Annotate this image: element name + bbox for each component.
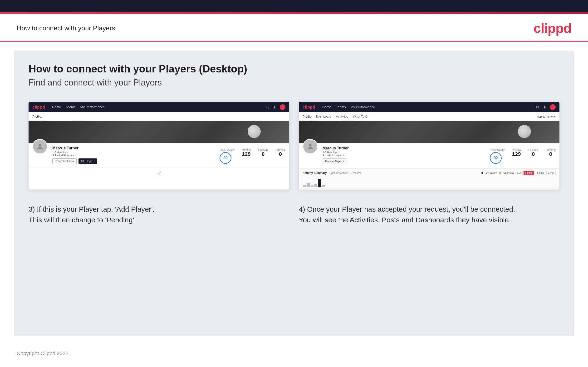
tab-dashboard-right[interactable]: Dashboard [316, 112, 331, 121]
activities-value-right: 129 [512, 151, 521, 157]
avatar-icon-right [306, 142, 314, 150]
tabs-group-right: Profile Dashboard Activities What To On [303, 112, 369, 121]
svg-point-3 [39, 144, 41, 147]
legend-label-offcourse: Off course [503, 172, 514, 174]
following-label-left: Following [276, 149, 285, 151]
activity-summary-right: Activity Summary Monthly Activity · 6 Mo… [299, 168, 560, 190]
followers-label-left: Followers [258, 149, 268, 151]
svg-point-7 [544, 106, 545, 107]
mock-tabs-left: Profile [28, 112, 289, 121]
descriptions-row: 3) If this is your Player tap, 'Add Play… [28, 204, 560, 225]
pen-area-left [28, 167, 289, 179]
mock-profile-right: Marcus Turner 1-5 Handicap United Kingdo… [299, 143, 560, 168]
stats-left: Player Quality 92 Activities 129 Followe… [220, 146, 285, 164]
activities-stat-right: Activities 129 [512, 149, 521, 157]
quality-label-left: Player Quality [220, 149, 234, 151]
legend-right: On course Off course [481, 172, 514, 174]
activity-chart-right [303, 177, 556, 187]
add-player-button[interactable]: Add Player + [78, 158, 97, 164]
legend-dot-offcourse [499, 172, 501, 174]
time-btn-6mths[interactable]: 6 mths [524, 171, 534, 175]
page-title: How to connect with your Players [17, 25, 115, 32]
mock-hero-left [28, 121, 289, 143]
tab-activities-right[interactable]: Activities [336, 112, 348, 121]
chart-bar-4 [314, 184, 317, 187]
tab-whattoon-right[interactable]: What To On [353, 112, 369, 121]
time-btn-1yr[interactable]: 1 yr [515, 171, 523, 175]
mock-nav-right: clippd Home Teams My Performance [299, 102, 560, 112]
activities-stat-left: Activities 129 [242, 149, 251, 157]
activity-subtitle-right: Monthly Activity · 6 Months [330, 172, 361, 174]
remove-player-button[interactable]: Remove Player ✕ [322, 158, 347, 164]
user-icon-right [543, 105, 547, 109]
settings-icon-left [280, 104, 285, 110]
clippd-logo: clippd [534, 20, 571, 36]
action-buttons-left: Request to Follow Add Player + [52, 158, 215, 164]
quality-wrapper-left: Player Quality 92 [220, 149, 234, 164]
following-value-left: 0 [276, 151, 285, 157]
mock-tabs-right: Profile Dashboard Activities What To On … [299, 112, 560, 121]
screenshots-row: clippd Home Teams My Performance Profile [28, 102, 560, 190]
chart-bar-2 [307, 184, 310, 187]
description-right: 4) Once your Player has accepted your re… [299, 204, 560, 225]
mock-nav-icons-left [266, 104, 285, 110]
followers-stat-right: Followers 0 [528, 149, 538, 157]
header: How to connect with your Players clippd [0, 14, 588, 42]
quality-value-right: 92 [493, 156, 498, 160]
svg-line-6 [538, 108, 539, 109]
activity-controls-right: On course Off course 1 yr 6 mths 3 mths … [481, 171, 556, 175]
svg-point-5 [536, 106, 538, 108]
followers-stat-left: Followers 0 [258, 149, 268, 157]
handicap-right: 1-5 Handicap [322, 151, 485, 154]
mock-nav-teams-right: Teams [336, 105, 346, 109]
following-label-right: Following [546, 149, 556, 151]
location-icon-right [322, 154, 325, 156]
tab-profile-right[interactable]: Profile [303, 112, 311, 121]
svg-point-0 [266, 106, 268, 108]
action-buttons-right: Remove Player ✕ [322, 158, 485, 164]
activity-header-right: Activity Summary Monthly Activity · 6 Mo… [303, 171, 556, 175]
chart-bar-5 [318, 179, 321, 187]
activities-label-right: Activities [512, 149, 521, 151]
chart-bar-3 [311, 185, 313, 187]
mock-nav-performance-left: My Performance [80, 105, 105, 109]
stats-right: Player Quality 92 Activities 129 Followe… [490, 146, 556, 164]
mock-logo-right: clippd [303, 105, 315, 110]
quality-circle-left: 92 [220, 152, 232, 164]
chart-bar-6 [322, 185, 325, 187]
description-left-text: 3) If this is your Player tap, 'Add Play… [28, 205, 155, 224]
search-icon-right [536, 105, 539, 109]
mock-nav-teams-left: Teams [66, 105, 75, 109]
quality-value-left: 92 [223, 156, 228, 160]
following-value-right: 0 [546, 151, 556, 157]
user-icon-left [273, 105, 277, 109]
quality-wrapper-right: Player Quality 92 [490, 149, 504, 164]
avatar-right [303, 139, 318, 154]
copyright-text: Copyright Clippd 2022 [17, 350, 69, 356]
following-stat-right: Following 0 [546, 149, 556, 157]
player-dropdown[interactable]: Marcus Turner ▾ [537, 113, 556, 121]
remove-x-icon: ✕ [342, 160, 345, 163]
location-left: United Kingdom [52, 154, 215, 157]
mock-nav-home-right: Home [322, 105, 331, 109]
remove-player-label: Remove Player [325, 160, 341, 163]
player-name-left: Marcus Turner [52, 146, 215, 150]
avatar-icon-left [36, 142, 44, 150]
chart-bar-1 [303, 185, 306, 187]
main-content: How to connect with your Players (Deskto… [14, 51, 574, 336]
legend-dot-oncourse [481, 172, 483, 174]
location-text-left: United Kingdom [55, 154, 74, 157]
request-follow-button[interactable]: Request to Follow [52, 158, 77, 164]
search-icon-left [266, 105, 269, 109]
player-name-right: Marcus Turner [322, 146, 485, 150]
svg-point-8 [309, 144, 311, 147]
footer: Copyright Clippd 2022 [0, 346, 588, 361]
time-btn-1mth[interactable]: 1 mth [546, 171, 556, 175]
mock-nav-icons-right [536, 104, 556, 110]
time-btn-3mths[interactable]: 3 mths [535, 171, 545, 175]
avatar-left [32, 139, 48, 154]
following-stat-left: Following 0 [276, 149, 285, 157]
tab-profile-left[interactable]: Profile [32, 112, 41, 121]
followers-value-right: 0 [528, 151, 538, 157]
quality-label-right: Player Quality [490, 149, 504, 151]
